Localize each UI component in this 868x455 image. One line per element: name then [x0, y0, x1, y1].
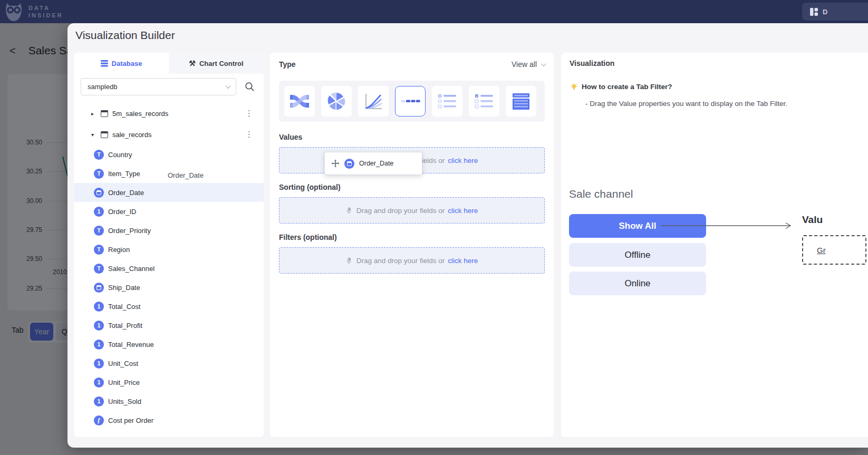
- number-field-icon: 1: [94, 359, 104, 369]
- field-row[interactable]: T Sales_Channel: [74, 259, 264, 278]
- owl-logo-icon: [4, 1, 23, 22]
- number-field-icon: 1: [94, 207, 104, 217]
- table-row-sale-records[interactable]: ▾ sale_records ⋮: [74, 124, 264, 145]
- function-field-icon: ƒ: [94, 415, 104, 425]
- field-label: Unit_Price: [108, 379, 140, 386]
- field-row[interactable]: 1 Unit_Cost: [74, 354, 264, 373]
- annotation-group-link[interactable]: Gr: [817, 246, 826, 255]
- tab-filter-icon: Tab: [400, 91, 421, 112]
- tab-database[interactable]: Database: [74, 53, 169, 74]
- field-label: Total_Revenue: [108, 341, 154, 348]
- field-row[interactable]: Ship_Date: [74, 278, 264, 297]
- field-row[interactable]: 1 Total_Revenue: [74, 335, 264, 354]
- chart-type-sankey[interactable]: [284, 86, 315, 117]
- tab-chart-control[interactable]: ⚒ Chart Control: [169, 53, 264, 74]
- field-row[interactable]: 1 Total_Cost: [74, 297, 264, 316]
- type-section-title: Type: [279, 60, 296, 69]
- app-logo[interactable]: DATA INSIDER: [4, 1, 63, 22]
- left-panel-tabs: Database ⚒ Chart Control: [74, 53, 264, 74]
- field-label: Total_Profit: [108, 322, 142, 330]
- caret-collapsed-icon[interactable]: ▸: [91, 111, 97, 117]
- sorting-section-title: Sorting (optional): [279, 183, 545, 191]
- annotation-value-label: Valu: [802, 214, 823, 226]
- view-all-button[interactable]: View all: [512, 60, 545, 69]
- sankey-chart-icon: [289, 91, 310, 112]
- dropzone-placeholder: Drag and drop your fields or: [356, 207, 445, 215]
- visualization-title: Visualization: [570, 59, 614, 67]
- logo-text-line1: DATA: [28, 4, 63, 12]
- filters-title-text: Filters: [279, 233, 301, 241]
- date-field-icon: [344, 159, 354, 169]
- field-row[interactable]: 1 Total_Profit: [74, 316, 264, 335]
- click-here-link[interactable]: click here: [448, 207, 478, 215]
- filters-section-title: Filters (optional): [279, 233, 545, 241]
- table-label: sale_records: [112, 131, 241, 139]
- chart-type-checkbox-list[interactable]: [469, 86, 499, 117]
- view-all-label: View all: [512, 60, 537, 69]
- modal-title: Visualization Builder: [75, 29, 175, 42]
- table-icon: [101, 131, 108, 138]
- database-select-value: sampledb: [88, 83, 117, 91]
- database-icon: [101, 60, 108, 67]
- text-field-icon: T: [94, 264, 104, 274]
- field-label: Item_Type: [108, 170, 140, 178]
- chart-type-pie[interactable]: [321, 86, 352, 117]
- pie-chart-icon: [326, 91, 347, 112]
- kebab-menu-icon[interactable]: ⋮: [245, 130, 264, 139]
- optional-text: (optional): [303, 233, 337, 241]
- field-label: Region: [108, 246, 130, 254]
- chart-type-radio-list[interactable]: [432, 86, 462, 117]
- dashboard-button-label: D: [823, 8, 827, 16]
- drag-hand-icon: [346, 257, 353, 264]
- logo-text-line2: INSIDER: [28, 12, 63, 19]
- number-field-icon: 1: [94, 396, 104, 406]
- filters-dropzone[interactable]: Drag and drop your fields or click here: [279, 247, 545, 274]
- table-icon: [101, 110, 108, 117]
- chart-type-tab-filter[interactable]: Tab: [395, 86, 426, 117]
- tab-chart-control-label: Chart Control: [199, 60, 244, 67]
- tab-option-online[interactable]: Online: [569, 272, 706, 295]
- drag-ghost-label: Order_Date: [359, 160, 393, 167]
- kebab-menu-icon[interactable]: ⋮: [245, 109, 264, 118]
- click-here-link[interactable]: click here: [448, 157, 478, 164]
- visualization-panel: Visualization How to create a Tab Filter…: [561, 53, 868, 437]
- caret-expanded-icon[interactable]: ▾: [91, 132, 97, 138]
- annotation-group-box: Gr: [802, 235, 866, 265]
- field-row[interactable]: 1 Unit_Price: [74, 373, 264, 392]
- field-row[interactable]: 1 Units_Sold: [74, 392, 264, 411]
- field-row[interactable]: T Region: [74, 240, 264, 259]
- sorting-dropzone[interactable]: Drag and drop your fields or click here: [279, 197, 545, 224]
- database-select[interactable]: sampledb: [81, 78, 236, 95]
- values-section-title: Values: [279, 133, 545, 141]
- line-chart-icon: [363, 91, 384, 112]
- field-row[interactable]: 1 Order_ID: [74, 202, 264, 221]
- number-field-icon: 1: [94, 321, 104, 331]
- field-label: Order_Date: [108, 189, 144, 197]
- field-label: Sales_Channel: [108, 265, 155, 273]
- field-label: Unit_Cost: [108, 360, 138, 367]
- field-row[interactable]: T Country: [74, 145, 264, 164]
- table-row-5m-sales-records[interactable]: ▸ 5m_sales_records ⋮: [74, 103, 264, 124]
- click-here-link[interactable]: click here: [448, 257, 478, 265]
- drag-ghost-card[interactable]: Order_Date: [324, 152, 422, 175]
- search-icon[interactable]: [245, 82, 255, 92]
- chart-type-table[interactable]: [506, 86, 536, 117]
- dropzone-placeholder: Drag and drop your fields or: [356, 257, 445, 265]
- chevron-down-icon: [226, 83, 231, 89]
- svg-text:Tab: Tab: [401, 100, 405, 103]
- chart-type-line[interactable]: [358, 86, 389, 117]
- number-field-icon: 1: [94, 377, 104, 388]
- field-row-selected[interactable]: Order_Date: [74, 183, 264, 202]
- tip-body: - Drag the Value properties you want to …: [585, 100, 787, 108]
- tip-title: How to create a Tab Filter?: [582, 83, 672, 91]
- number-field-icon: 1: [94, 340, 104, 350]
- dashboard-button[interactable]: D: [802, 3, 868, 21]
- text-field-icon: T: [94, 150, 104, 160]
- field-label: Cost per Order: [108, 417, 153, 424]
- configuration-panel: Type View all: [270, 53, 554, 437]
- drag-source-ghost-label: Order_Date: [168, 171, 204, 179]
- field-row[interactable]: ƒ Cost per Order: [74, 411, 264, 430]
- tab-option-offline[interactable]: Offline: [569, 243, 706, 267]
- field-row[interactable]: T Order_Priority: [74, 221, 264, 240]
- radio-list-icon: [437, 91, 458, 112]
